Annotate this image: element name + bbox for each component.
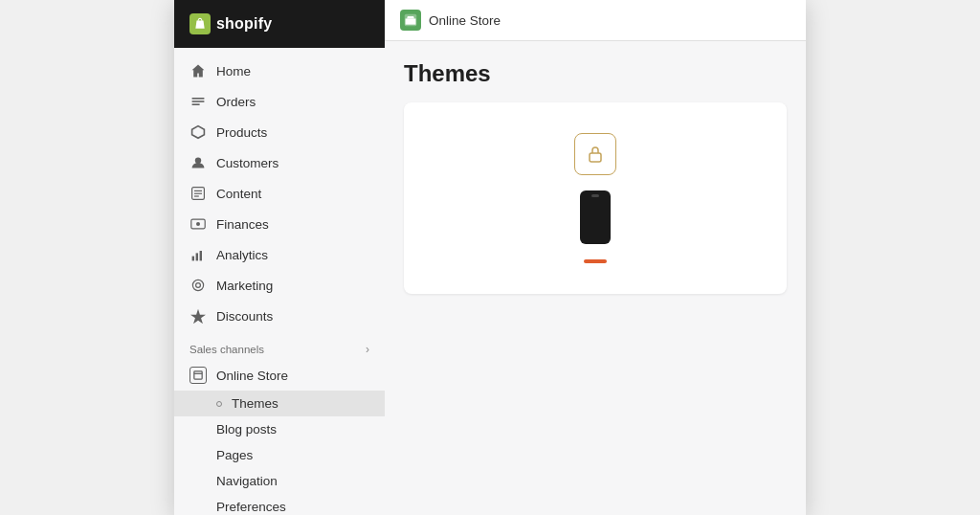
content-icon (189, 185, 207, 202)
page-content: Themes (385, 41, 806, 515)
svg-rect-21 (590, 153, 601, 162)
lock-icon (574, 133, 616, 175)
customers-icon (189, 154, 207, 171)
sidebar-item-products[interactable]: Products (174, 117, 385, 147)
topbar-store-icon (400, 10, 421, 31)
sidebar-item-discounts[interactable]: Discounts (174, 301, 385, 331)
sidebar-item-preferences-label: Preferences (216, 500, 286, 514)
sidebar-header: shopify (174, 0, 385, 48)
svg-rect-6 (194, 193, 202, 194)
shopify-bag-icon (189, 13, 211, 34)
sidebar-item-customers[interactable]: Customers (174, 147, 385, 178)
svg-rect-1 (192, 101, 205, 102)
analytics-icon (189, 246, 207, 263)
sidebar-item-themes[interactable]: Themes (174, 391, 385, 416)
sidebar-nav: Home Orders Products Cu (174, 48, 385, 515)
svg-rect-7 (194, 195, 199, 196)
expand-button[interactable] (584, 259, 607, 263)
svg-rect-12 (200, 251, 202, 260)
sidebar-item-navigation[interactable]: Navigation (174, 468, 385, 494)
sidebar-item-analytics-label: Analytics (216, 248, 268, 262)
sidebar-item-blog-posts-label: Blog posts (216, 422, 277, 437)
orders-icon (189, 93, 207, 110)
phone-notch (591, 194, 599, 197)
online-store-icon (189, 367, 207, 384)
sidebar-item-content-label: Content (216, 187, 261, 201)
sales-channels-label: Sales channels (189, 344, 264, 355)
sidebar-item-finances-label: Finances (216, 217, 269, 232)
themes-card (404, 102, 787, 294)
sales-channels-chevron-icon[interactable]: › (366, 343, 369, 356)
svg-point-13 (192, 280, 203, 290)
svg-rect-5 (194, 190, 202, 191)
sidebar-item-themes-label: Themes (232, 396, 278, 411)
sidebar-item-orders[interactable]: Orders (174, 86, 385, 117)
sidebar-item-discounts-label: Discounts (216, 309, 273, 324)
sidebar-item-pages-label: Pages (216, 448, 253, 462)
sidebar-item-content[interactable]: Content (174, 178, 385, 209)
svg-point-3 (195, 157, 201, 163)
phone-preview (580, 190, 611, 244)
sidebar-item-online-store-label: Online Store (216, 369, 288, 383)
svg-point-14 (196, 283, 201, 288)
themes-bullet (216, 401, 222, 407)
svg-rect-0 (192, 98, 205, 100)
sidebar-item-home[interactable]: Home (174, 56, 385, 86)
sidebar-item-blog-posts[interactable]: Blog posts (174, 416, 385, 442)
shopify-logo: shopify (189, 13, 272, 34)
discounts-icon (189, 307, 207, 325)
main-content: Online Store Themes (385, 0, 806, 515)
svg-point-9 (196, 222, 200, 226)
sidebar-item-pages[interactable]: Pages (174, 442, 385, 468)
svg-rect-2 (192, 103, 200, 105)
svg-rect-11 (196, 253, 198, 260)
sidebar-item-orders-label: Orders (216, 95, 256, 109)
sidebar-item-marketing-label: Marketing (216, 279, 273, 293)
topbar-label: Online Store (429, 13, 501, 28)
sidebar-item-home-label: Home (216, 64, 251, 78)
page-title: Themes (404, 60, 787, 87)
marketing-icon (189, 277, 207, 294)
finances-icon (189, 215, 207, 233)
sidebar-item-marketing[interactable]: Marketing (174, 270, 385, 301)
products-icon (189, 123, 207, 141)
svg-rect-15 (194, 371, 202, 379)
sidebar-item-analytics[interactable]: Analytics (174, 239, 385, 270)
sales-channels-section: Sales channels › (174, 331, 385, 360)
sidebar-item-finances[interactable]: Finances (174, 209, 385, 239)
sidebar-item-products-label: Products (216, 125, 267, 140)
sidebar-item-online-store[interactable]: Online Store (174, 360, 385, 391)
home-icon (189, 62, 207, 79)
sidebar-item-navigation-label: Navigation (216, 474, 278, 488)
topbar: Online Store (385, 0, 806, 41)
shopify-logo-text: shopify (216, 15, 272, 33)
sidebar: shopify Home Orders (174, 0, 385, 515)
svg-rect-10 (192, 257, 194, 261)
sidebar-item-customers-label: Customers (216, 156, 278, 170)
sidebar-item-preferences[interactable]: Preferences (174, 494, 385, 515)
